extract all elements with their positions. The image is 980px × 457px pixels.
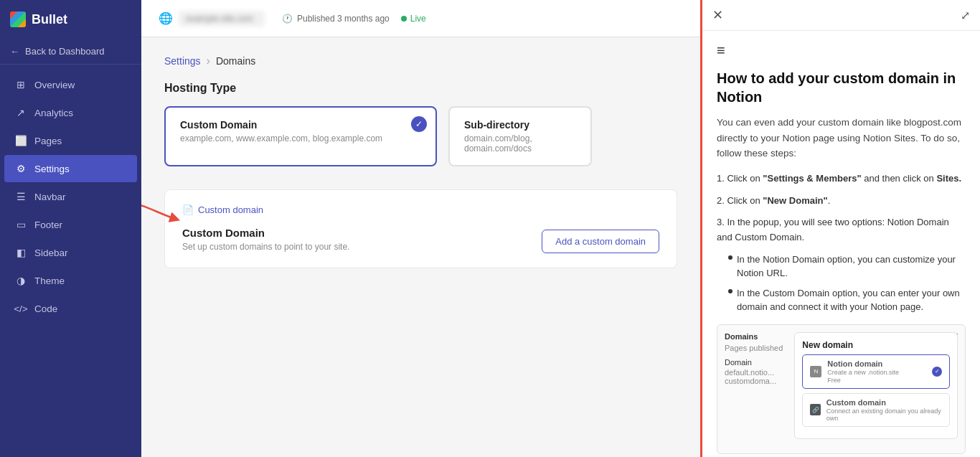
subdirectory-card-title: Sub-directory: [464, 119, 576, 131]
theme-icon: ◑: [14, 274, 27, 287]
close-icon[interactable]: ✕: [712, 7, 723, 23]
custom-domain-option-sub: Connect an existing domain you already o…: [826, 407, 942, 422]
add-domain-button[interactable]: Add a custom domain: [542, 230, 659, 253]
breadcrumb-current: Domains: [216, 55, 255, 67]
main-content: 🌐 example-site.com 🕐 Published 3 months …: [141, 0, 700, 457]
sidebar-item-label: Overview: [34, 80, 75, 90]
screenshot-domains-label: Domains: [725, 332, 783, 341]
domain-row: Custom Domain Set up custom domains to p…: [182, 227, 659, 253]
site-url-area: 🌐 example-site.com: [159, 11, 265, 27]
sidebar-item-code[interactable]: </> Code: [4, 295, 137, 322]
subdirectory-card[interactable]: Sub-directory domain.com/blog, domain.co…: [448, 106, 592, 166]
footer-icon: ▭: [14, 218, 27, 231]
sidebar-item-label: Theme: [34, 275, 65, 286]
live-badge: Live: [401, 14, 426, 24]
screenshot-default-notion: default.notio...: [725, 368, 783, 377]
live-dot: [401, 16, 407, 22]
notion-domain-option: N Notion domain Create a new .notion.sit…: [802, 354, 950, 389]
help-panel: ‹ ✕ ⤢ ≡ How to add your custom domain in…: [700, 0, 980, 457]
link-icon: 📄: [182, 204, 194, 215]
sidebar-item-theme[interactable]: ◑ Theme: [4, 267, 137, 294]
bullet-dot: [728, 255, 732, 260]
back-to-dashboard-button[interactable]: ← Back to Dashboard: [0, 39, 141, 65]
domain-description: Set up custom domains to point to your s…: [182, 242, 349, 252]
custom-domain-section: 📄 Custom domain Custom Domai: [164, 189, 677, 268]
step1-bold2: Sites.: [936, 173, 961, 184]
hosting-section-title: Hosting Type: [164, 82, 677, 95]
sidebar-item-pages[interactable]: ⬜ Pages: [4, 127, 137, 154]
globe-icon: 🌐: [159, 11, 173, 25]
help-panel-topbar: ✕ ⤢: [702, 0, 980, 31]
subdirectory-card-subtitle: domain.com/blog, domain.com/docs: [464, 133, 576, 154]
screenshot-domain-label: Domain: [725, 358, 783, 367]
bullet-dot: [728, 289, 732, 293]
published-text: Published 3 months ago: [297, 14, 390, 24]
custom-domain-check-icon: ✓: [411, 116, 427, 132]
domain-title: Custom Domain: [182, 227, 349, 239]
back-arrow-icon: ←: [10, 46, 19, 57]
red-arrow: [141, 197, 182, 233]
hamburger-icon[interactable]: ≡: [717, 42, 966, 59]
help-title: How to add your custom domain in Notion: [717, 69, 966, 106]
help-bullet-2: In the Custom Domain option, you can ent…: [728, 286, 966, 314]
sidebar-item-overview[interactable]: ⊞ Overview: [4, 71, 137, 98]
live-text: Live: [410, 14, 426, 24]
help-bullet-1: In the Notion Domain option, you can cus…: [728, 253, 966, 281]
sidebar-item-footer[interactable]: ▭ Footer: [4, 211, 137, 238]
custom-domain-card-subtitle: example.com, www.example.com, blog.examp…: [180, 133, 421, 143]
sidebar-item-label: Sidebar: [34, 248, 68, 258]
sidebar-item-analytics[interactable]: ↗ Analytics: [4, 99, 137, 126]
help-step-3: 3. In the popup, you will see two option…: [717, 215, 966, 245]
sidebar-item-label: Settings: [34, 164, 70, 174]
code-icon: </>: [14, 302, 27, 315]
notion-domain-check: ✓: [932, 367, 942, 377]
step2-bold: "New Domain": [763, 195, 827, 206]
gear-icon: ⚙: [14, 162, 27, 175]
help-step-2: 2. Click on "New Domain".: [717, 194, 966, 209]
help-intro: You can even add your custom domain like…: [717, 115, 966, 161]
sidebar-item-navbar[interactable]: ☰ Navbar: [4, 183, 137, 210]
custom-domain-card-title: Custom Domain: [180, 119, 421, 131]
screenshot-pages-label: Pages published: [725, 344, 783, 352]
sidebar-item-sidebar[interactable]: ◧ Sidebar: [4, 239, 137, 266]
notion-domain-label: Notion domain: [827, 359, 899, 368]
step1-bold1: "Settings & Members": [763, 173, 861, 184]
sidebar-item-settings[interactable]: ⚙ Settings: [4, 155, 137, 182]
site-url-display: example-site.com: [179, 11, 265, 27]
sidebar: Bullet ← Back to Dashboard ⊞ Overview ↗ …: [0, 0, 141, 457]
hosting-cards: Custom Domain example.com, www.example.c…: [164, 106, 677, 166]
chart-icon: ↗: [14, 106, 27, 119]
top-bar: 🌐 example-site.com 🕐 Published 3 months …: [141, 0, 700, 37]
menu-icon: ☰: [14, 190, 27, 203]
help-step-1: 1. Click on "Settings & Members" and the…: [717, 171, 966, 187]
custom-domain-link-label: Custom domain: [198, 204, 263, 215]
custom-option-icon: 🔗: [810, 404, 820, 415]
expand-icon[interactable]: ⤢: [961, 9, 970, 22]
help-panel-content: ≡ How to add your custom domain in Notio…: [702, 31, 980, 457]
help-screenshot: ✕ Domains Pages published Domain default…: [717, 324, 966, 454]
sidebar-icon: ◧: [14, 246, 27, 259]
custom-domain-screenshot-option: 🔗 Custom domain Connect an existing doma…: [802, 393, 950, 427]
domain-info: Custom Domain Set up custom domains to p…: [182, 227, 349, 252]
bullet-text-1: In the Notion Domain option, you can cus…: [737, 253, 966, 281]
clock-icon: 🕐: [282, 14, 293, 24]
grid-icon: ⊞: [14, 78, 27, 91]
breadcrumb: Settings › Domains: [164, 55, 677, 67]
sidebar-item-label: Navbar: [34, 192, 66, 202]
logo-text: Bullet: [32, 12, 67, 27]
breadcrumb-parent[interactable]: Settings: [164, 55, 201, 67]
logo-icon: [10, 11, 26, 27]
logo: Bullet: [0, 0, 141, 39]
sidebar-item-label: Analytics: [34, 108, 73, 118]
custom-domain-card[interactable]: Custom Domain example.com, www.example.c…: [164, 106, 437, 166]
screenshot-custom-domain-text: customdoma...: [725, 377, 783, 385]
collapse-panel-handle[interactable]: ‹: [700, 215, 702, 243]
custom-domain-option-label: Custom domain: [826, 398, 942, 407]
sidebar-item-label: Pages: [34, 136, 62, 146]
published-info: 🕐 Published 3 months ago: [282, 14, 390, 24]
file-icon: ⬜: [14, 134, 27, 147]
sidebar-item-label: Footer: [34, 220, 62, 230]
back-label: Back to Dashboard: [25, 46, 105, 57]
notion-option-icon: N: [810, 366, 821, 377]
custom-domain-link[interactable]: 📄 Custom domain: [182, 204, 659, 215]
